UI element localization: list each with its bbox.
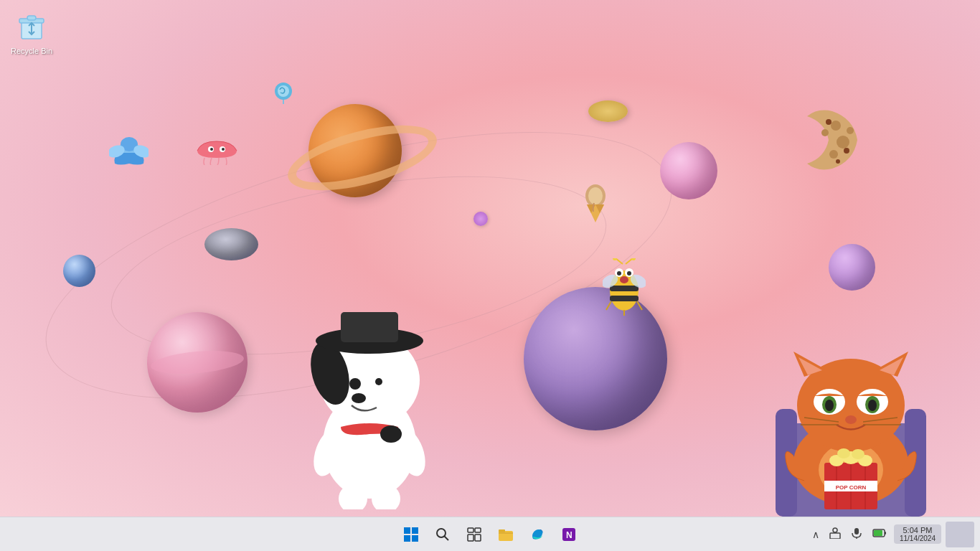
svg-point-20 xyxy=(826,119,831,125)
macaroon xyxy=(588,100,628,122)
svg-rect-106 xyxy=(874,530,882,536)
svg-rect-2 xyxy=(27,16,36,20)
svg-point-35 xyxy=(348,457,391,483)
taskbar: N ∧ xyxy=(0,517,980,551)
svg-point-30 xyxy=(349,378,361,390)
svg-text:N: N xyxy=(566,530,573,540)
clock-widget[interactable]: 5:04 PM 11/14/2024 xyxy=(894,524,941,544)
cookie-moon xyxy=(775,100,861,179)
svg-line-91 xyxy=(445,536,449,540)
svg-point-52 xyxy=(627,271,631,276)
edge-button[interactable] xyxy=(523,520,552,549)
svg-point-13 xyxy=(278,85,289,97)
bee-character xyxy=(603,258,646,316)
edge-icon xyxy=(529,527,545,542)
svg-rect-93 xyxy=(475,528,481,532)
svg-rect-94 xyxy=(468,534,473,541)
blue-character xyxy=(109,131,149,167)
svg-rect-96 xyxy=(499,531,513,541)
recycle-bin-svg xyxy=(14,9,49,43)
network-icon[interactable] xyxy=(826,526,844,542)
blue-orb xyxy=(63,255,95,287)
recycle-bin-icon[interactable]: Recycle Bin xyxy=(3,6,60,59)
desktop: Recycle Bin xyxy=(0,0,980,517)
ice-cream xyxy=(581,183,610,222)
mic-icon xyxy=(851,527,862,539)
svg-point-69 xyxy=(845,415,857,424)
svg-rect-100 xyxy=(830,533,840,539)
onenote-button[interactable]: N xyxy=(555,520,583,549)
svg-point-90 xyxy=(437,529,446,537)
clock-time: 5:04 PM xyxy=(900,526,936,534)
onenote-icon: N xyxy=(561,527,577,542)
svg-point-67 xyxy=(825,400,834,411)
svg-rect-44 xyxy=(610,286,639,291)
svg-rect-92 xyxy=(468,528,473,532)
battery-icon[interactable] xyxy=(870,526,890,542)
svg-point-42 xyxy=(631,258,636,260)
svg-line-56 xyxy=(637,301,642,310)
svg-point-18 xyxy=(821,129,829,136)
svg-rect-88 xyxy=(404,535,410,542)
candy-ball xyxy=(473,212,488,226)
svg-point-22 xyxy=(836,159,840,164)
svg-point-10 xyxy=(210,148,213,151)
gray-disc-planet xyxy=(204,228,258,260)
svg-point-53 xyxy=(620,276,628,283)
search-button[interactable] xyxy=(428,520,457,549)
svg-point-68 xyxy=(868,400,877,411)
svg-point-19 xyxy=(847,127,854,134)
svg-point-32 xyxy=(352,393,366,403)
svg-point-17 xyxy=(829,150,838,159)
taskbar-right: ∧ 5:04 PM xyxy=(809,522,980,547)
search-icon xyxy=(435,527,450,542)
svg-rect-95 xyxy=(475,534,481,541)
jellyfish-decoration xyxy=(194,140,240,165)
svg-rect-45 xyxy=(610,296,639,301)
donut-planet xyxy=(660,142,717,199)
svg-rect-97 xyxy=(499,529,505,532)
garfield-character: POP CORN xyxy=(761,337,941,517)
svg-point-84 xyxy=(837,448,850,458)
svg-rect-29 xyxy=(341,312,398,342)
purple-scoop xyxy=(829,244,875,291)
svg-point-15 xyxy=(831,121,841,131)
svg-point-16 xyxy=(837,136,849,149)
svg-point-101 xyxy=(833,528,837,532)
battery-svg xyxy=(872,527,887,539)
taskbar-center: N xyxy=(397,520,583,549)
svg-rect-87 xyxy=(412,527,418,534)
candy-decoration xyxy=(273,83,294,104)
file-explorer-icon xyxy=(498,527,514,542)
show-hidden-icons-button[interactable]: ∧ xyxy=(809,527,822,542)
clock-date: 11/14/2024 xyxy=(900,534,936,542)
task-view-icon xyxy=(467,527,481,542)
svg-point-40 xyxy=(613,258,617,260)
svg-point-38 xyxy=(380,425,402,443)
svg-point-11 xyxy=(222,148,225,151)
svg-point-85 xyxy=(852,449,864,459)
svg-rect-107 xyxy=(885,532,886,534)
notification-area[interactable] xyxy=(946,522,974,547)
windows-logo-icon xyxy=(403,527,419,542)
file-explorer-button[interactable] xyxy=(491,520,520,549)
pink-planet xyxy=(147,312,248,413)
windows-start-button[interactable] xyxy=(397,520,425,549)
purple-planet xyxy=(524,287,667,430)
saturn-planet xyxy=(308,104,402,197)
svg-point-51 xyxy=(617,271,621,276)
svg-rect-89 xyxy=(412,535,418,542)
svg-rect-103 xyxy=(854,528,859,534)
task-view-button[interactable] xyxy=(460,520,489,549)
audio-input-button[interactable] xyxy=(848,526,865,542)
svg-text:POP CORN: POP CORN xyxy=(836,484,867,491)
svg-line-54 xyxy=(606,301,611,310)
svg-point-31 xyxy=(375,378,382,385)
recycle-bin-label: Recycle Bin xyxy=(11,46,52,56)
svg-point-21 xyxy=(844,148,849,154)
svg-point-24 xyxy=(588,187,603,204)
network-svg xyxy=(829,527,841,539)
snoopy-character xyxy=(294,309,445,509)
svg-rect-86 xyxy=(404,527,410,534)
